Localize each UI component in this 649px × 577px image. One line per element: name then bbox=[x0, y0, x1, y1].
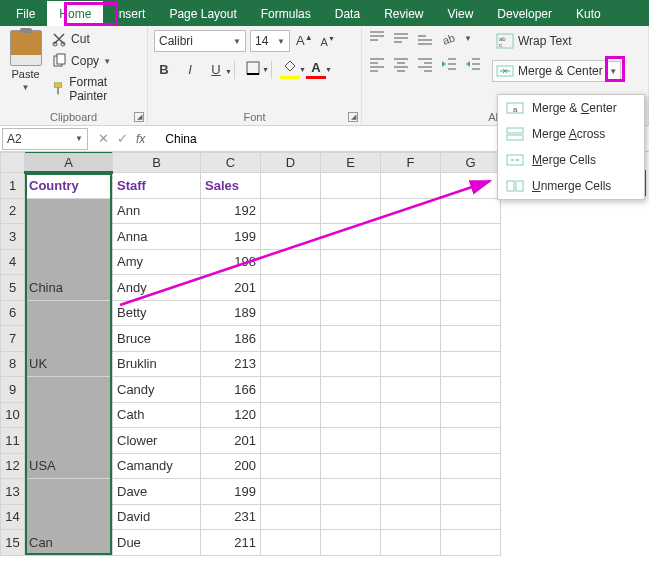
align-right-button[interactable] bbox=[416, 56, 434, 72]
cell-B8[interactable]: Bruklin bbox=[113, 351, 201, 377]
cell-C4[interactable]: 198 bbox=[201, 249, 261, 275]
orientation-button[interactable]: ab bbox=[440, 30, 458, 46]
cell-C2[interactable]: 192 bbox=[201, 198, 261, 224]
cell-E14[interactable] bbox=[321, 504, 381, 530]
cell-A14[interactable] bbox=[25, 504, 113, 530]
cell-G4[interactable] bbox=[441, 249, 501, 275]
cell-G6[interactable] bbox=[441, 300, 501, 326]
cell-A13[interactable] bbox=[25, 479, 113, 505]
row-header[interactable]: 1 bbox=[1, 173, 25, 199]
worksheet-grid[interactable]: A B C D E F G 1CountryStaffSales2Ann1923… bbox=[0, 152, 649, 556]
italic-button[interactable]: I bbox=[180, 62, 200, 77]
cell-B3[interactable]: Anna bbox=[113, 224, 201, 250]
cell-C6[interactable]: 189 bbox=[201, 300, 261, 326]
cell-E10[interactable] bbox=[321, 402, 381, 428]
cell-F1[interactable] bbox=[381, 173, 441, 199]
cell-E2[interactable] bbox=[321, 198, 381, 224]
cell-C15[interactable]: 211 bbox=[201, 530, 261, 556]
cell-F6[interactable] bbox=[381, 300, 441, 326]
cell-D14[interactable] bbox=[261, 504, 321, 530]
cell-C14[interactable]: 231 bbox=[201, 504, 261, 530]
cell-G12[interactable] bbox=[441, 453, 501, 479]
cancel-edit-button[interactable]: ✕ bbox=[98, 131, 109, 146]
tab-formulas[interactable]: Formulas bbox=[249, 1, 323, 26]
tab-kutools[interactable]: Kuto bbox=[564, 1, 613, 26]
chevron-down-icon[interactable]: ▼ bbox=[299, 66, 306, 73]
decrease-font-button[interactable]: A▼ bbox=[319, 35, 337, 48]
cell-A8[interactable]: UK bbox=[25, 351, 113, 377]
cell-F10[interactable] bbox=[381, 402, 441, 428]
menu-merge-and-center[interactable]: a Merge & Center bbox=[498, 95, 644, 121]
cell-B1[interactable]: Staff bbox=[113, 173, 201, 199]
cell-D6[interactable] bbox=[261, 300, 321, 326]
col-header-E[interactable]: E bbox=[321, 153, 381, 173]
chevron-down-icon[interactable]: ▼ bbox=[75, 134, 83, 143]
row-header[interactable]: 15 bbox=[1, 530, 25, 556]
cell-C10[interactable]: 120 bbox=[201, 402, 261, 428]
cell-A6[interactable] bbox=[25, 300, 113, 326]
align-left-button[interactable] bbox=[368, 56, 386, 72]
row-header[interactable]: 10 bbox=[1, 402, 25, 428]
chevron-down-icon[interactable]: ▼ bbox=[22, 83, 30, 92]
cell-F13[interactable] bbox=[381, 479, 441, 505]
cell-F14[interactable] bbox=[381, 504, 441, 530]
row-header[interactable]: 12 bbox=[1, 453, 25, 479]
cell-C3[interactable]: 199 bbox=[201, 224, 261, 250]
cell-D11[interactable] bbox=[261, 428, 321, 454]
cell-A2[interactable] bbox=[25, 198, 113, 224]
row-header[interactable]: 2 bbox=[1, 198, 25, 224]
tab-file[interactable]: File bbox=[4, 1, 47, 26]
format-painter-button[interactable]: Format Painter bbox=[49, 74, 141, 104]
cell-B4[interactable]: Amy bbox=[113, 249, 201, 275]
cell-F4[interactable] bbox=[381, 249, 441, 275]
cell-C13[interactable]: 199 bbox=[201, 479, 261, 505]
cell-B15[interactable]: Due bbox=[113, 530, 201, 556]
cell-B11[interactable]: Clower bbox=[113, 428, 201, 454]
cell-E12[interactable] bbox=[321, 453, 381, 479]
row-header[interactable]: 5 bbox=[1, 275, 25, 301]
merge-center-button[interactable]: Merge & Center bbox=[492, 60, 607, 82]
bold-button[interactable]: B bbox=[154, 62, 174, 77]
borders-button[interactable]: ▼ bbox=[243, 60, 263, 79]
cell-C7[interactable]: 186 bbox=[201, 326, 261, 352]
cell-C11[interactable]: 201 bbox=[201, 428, 261, 454]
cell-E11[interactable] bbox=[321, 428, 381, 454]
cell-E7[interactable] bbox=[321, 326, 381, 352]
cell-G2[interactable] bbox=[441, 198, 501, 224]
cell-A7[interactable] bbox=[25, 326, 113, 352]
row-header[interactable]: 7 bbox=[1, 326, 25, 352]
col-header-D[interactable]: D bbox=[261, 153, 321, 173]
cell-F5[interactable] bbox=[381, 275, 441, 301]
chevron-down-icon[interactable]: ▼ bbox=[225, 68, 232, 75]
cell-F7[interactable] bbox=[381, 326, 441, 352]
wrap-text-button[interactable]: abc Wrap Text bbox=[492, 30, 621, 52]
name-box[interactable]: A2 ▼ bbox=[2, 128, 88, 150]
cell-A4[interactable] bbox=[25, 249, 113, 275]
menu-merge-cells[interactable]: Merge Cells bbox=[498, 147, 644, 173]
cell-F9[interactable] bbox=[381, 377, 441, 403]
chevron-down-icon[interactable]: ▼ bbox=[464, 34, 472, 43]
cell-B14[interactable]: David bbox=[113, 504, 201, 530]
cell-B2[interactable]: Ann bbox=[113, 198, 201, 224]
cell-G15[interactable] bbox=[441, 530, 501, 556]
row-header[interactable]: 8 bbox=[1, 351, 25, 377]
cell-B9[interactable]: Candy bbox=[113, 377, 201, 403]
cell-A12[interactable]: USA bbox=[25, 453, 113, 479]
cell-C12[interactable]: 200 bbox=[201, 453, 261, 479]
font-color-button[interactable]: A ▼ bbox=[306, 60, 326, 79]
decrease-indent-button[interactable] bbox=[440, 56, 458, 72]
cell-A3[interactable] bbox=[25, 224, 113, 250]
align-bottom-button[interactable] bbox=[416, 30, 434, 46]
cell-D15[interactable] bbox=[261, 530, 321, 556]
select-all-corner[interactable] bbox=[1, 153, 25, 173]
tab-review[interactable]: Review bbox=[372, 1, 435, 26]
tab-view[interactable]: View bbox=[436, 1, 486, 26]
copy-button[interactable]: Copy ▼ bbox=[49, 52, 141, 70]
tab-developer[interactable]: Developer bbox=[485, 1, 564, 26]
cell-D12[interactable] bbox=[261, 453, 321, 479]
chevron-down-icon[interactable]: ▼ bbox=[103, 57, 111, 66]
cell-B7[interactable]: Bruce bbox=[113, 326, 201, 352]
cell-G7[interactable] bbox=[441, 326, 501, 352]
cell-D13[interactable] bbox=[261, 479, 321, 505]
cell-D10[interactable] bbox=[261, 402, 321, 428]
